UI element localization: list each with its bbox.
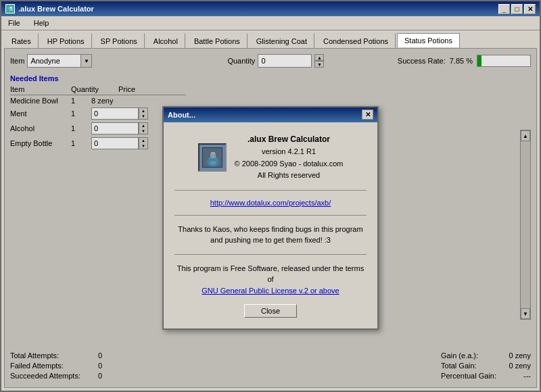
svg-rect-3 xyxy=(211,152,215,154)
title-bar-left: ⚗ .alux Brew Calculator xyxy=(5,4,94,14)
modal-app-name: .alux Brew Calculator xyxy=(235,133,344,146)
tabs-bar: Rates HP Potions SP Potions Alcohol Batt… xyxy=(1,30,540,48)
tab-rates[interactable]: Rates xyxy=(4,33,39,48)
maximize-button[interactable]: □ xyxy=(511,4,523,14)
menu-file[interactable]: File xyxy=(4,18,24,28)
modal-divider-3 xyxy=(174,254,367,255)
modal-thanks-text: Thanks to Kaos, who keeps finding bugs i… xyxy=(174,224,367,246)
modal-close-button[interactable]: Close xyxy=(244,304,297,318)
app-icon: ⚗ xyxy=(5,4,15,14)
modal-copyright: © 2008-2009 Syao - dotalux.com xyxy=(235,158,344,170)
menu-bar: File Help xyxy=(1,16,540,30)
modal-app-icon xyxy=(198,143,227,172)
modal-title: About... xyxy=(168,111,195,119)
tab-status-potions[interactable]: Status Potions xyxy=(397,33,460,48)
modal-close-x-button[interactable]: ✕ xyxy=(362,109,373,120)
tab-condensed-potions[interactable]: Condensed Potions xyxy=(316,33,396,48)
minimize-button[interactable]: _ xyxy=(498,4,510,14)
svg-point-4 xyxy=(210,161,216,165)
icon-inner xyxy=(202,147,222,168)
main-window: ⚗ .alux Brew Calculator _ □ ✕ File Help … xyxy=(0,0,541,392)
tab-hp-potions[interactable]: HP Potions xyxy=(40,33,92,48)
modal-gpl-prefix: This program is Free Software, released … xyxy=(177,264,364,284)
modal-gpl-section: This program is Free Software, released … xyxy=(174,263,367,297)
about-modal: About... ✕ xyxy=(162,106,379,330)
modal-divider-1 xyxy=(174,190,367,191)
window-close-button[interactable]: ✕ xyxy=(524,4,536,14)
menu-help[interactable]: Help xyxy=(30,18,53,28)
tab-glistening-coat[interactable]: Glistening Coat xyxy=(249,33,314,48)
tab-battle-potions[interactable]: Battle Potions xyxy=(187,33,248,48)
svg-rect-2 xyxy=(210,153,216,158)
modal-divider-2 xyxy=(174,215,367,216)
modal-overlay: About... ✕ xyxy=(5,49,536,387)
tab-sp-potions[interactable]: SP Potions xyxy=(93,33,145,48)
modal-gpl-link[interactable]: GNU General Public License v.2 or above xyxy=(202,287,339,295)
tab-alcohol[interactable]: Alcohol xyxy=(146,33,185,48)
title-buttons: _ □ ✕ xyxy=(498,4,536,14)
modal-title-bar: About... ✕ xyxy=(164,107,377,122)
title-bar: ⚗ .alux Brew Calculator _ □ ✕ xyxy=(1,1,540,16)
modal-version: version 4.2.1 R1 xyxy=(235,146,344,158)
modal-icon-row: .alux Brew Calculator version 4.2.1 R1 ©… xyxy=(198,133,344,182)
window-title: .alux Brew Calculator xyxy=(18,5,94,13)
modal-rights: All Rights reserved xyxy=(235,170,344,182)
modal-app-info: .alux Brew Calculator version 4.2.1 R1 ©… xyxy=(235,133,344,182)
modal-website-link[interactable]: http://www.dotalux.com/projects/axb/ xyxy=(210,199,331,207)
potion-icon-svg xyxy=(203,148,222,168)
content-area: Item ▼ Quantity ▲ ▼ Success Rate: 7.85 % xyxy=(4,48,537,388)
modal-body: .alux Brew Calculator version 4.2.1 R1 ©… xyxy=(164,122,377,328)
